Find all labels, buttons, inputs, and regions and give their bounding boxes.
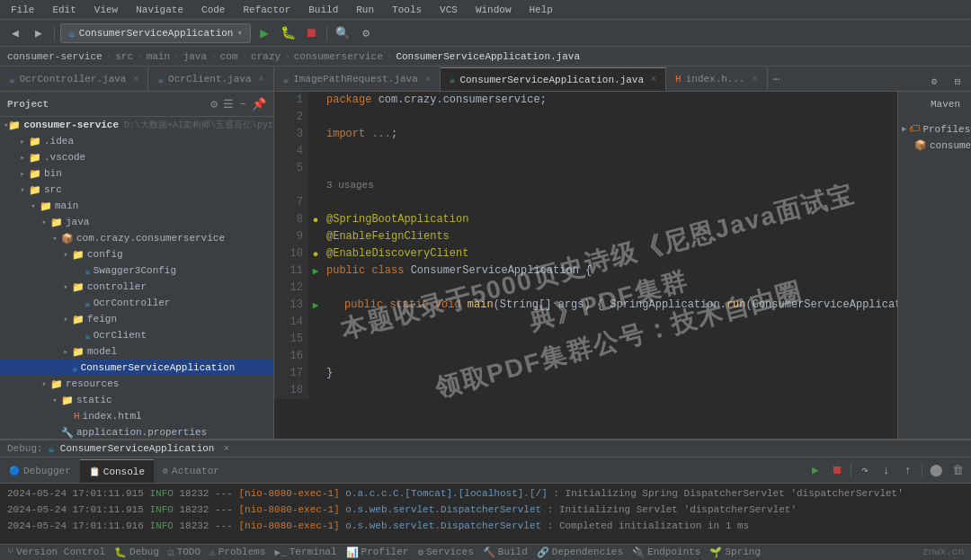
status-debug[interactable]: 🐛 Debug xyxy=(114,547,159,558)
status-endpoints[interactable]: 🔌 Endpoints xyxy=(632,547,700,558)
forward-button[interactable]: ▶ xyxy=(29,23,49,43)
tree-item-ocr-client[interactable]: ▸ ☕ OcrClient xyxy=(0,327,273,343)
menu-item-tools[interactable]: Tools xyxy=(388,3,425,17)
stop-debug-button[interactable]: ⏹ xyxy=(827,460,847,480)
sidebar-gear-icon[interactable]: ⚙ xyxy=(210,97,218,111)
close-tab-image-path[interactable]: × xyxy=(425,75,431,84)
menu-item-code[interactable]: Code xyxy=(198,3,228,17)
maven-label[interactable]: Maven xyxy=(925,95,966,113)
breadcrumb-crazy[interactable]: crazy xyxy=(251,51,281,62)
tree-item-main[interactable]: ▾ 📁 main xyxy=(0,198,273,214)
tab-ocr-client[interactable]: ☕ OcrClient.java × xyxy=(148,67,273,91)
status-dependencies[interactable]: 🔗 Dependencies xyxy=(537,547,623,558)
menu-item-vcs[interactable]: VCS xyxy=(436,3,461,17)
resume-button[interactable]: ▶ xyxy=(806,460,825,480)
status-todo[interactable]: ☑ TODO xyxy=(168,547,200,558)
code-line-17: 17 } xyxy=(274,365,897,382)
menu-item-refactor[interactable]: Refactor xyxy=(239,3,294,17)
tab-console[interactable]: 📋 Console xyxy=(80,459,154,483)
tree-item-idea[interactable]: ▸ 📁 .idea xyxy=(0,133,273,149)
tab-image-path-request[interactable]: ☕ ImagePathRequest.java × xyxy=(274,67,441,91)
menu-item-file[interactable]: File xyxy=(7,3,38,17)
breadcrumb-consumerservice[interactable]: consumerservice xyxy=(294,51,383,62)
step-over-button[interactable]: ↷ xyxy=(855,460,875,480)
breadcrumb-src[interactable]: src xyxy=(115,51,133,62)
debug-button[interactable]: 🐛 xyxy=(278,23,298,43)
close-tab-ocr-controller[interactable]: × xyxy=(133,75,138,84)
tree-item-bin[interactable]: ▸ 📁 bin xyxy=(0,165,273,182)
split-editor-button[interactable]: ⊟ xyxy=(948,71,967,91)
tree-item-feign[interactable]: ▾ 📁 feign xyxy=(0,311,273,327)
breadcrumb-com[interactable]: com xyxy=(220,51,238,62)
close-tab-consumer-app[interactable]: × xyxy=(651,75,656,84)
tab-ocr-controller[interactable]: ☕ OcrController.java × xyxy=(0,67,148,91)
status-spring[interactable]: 🌱 Spring xyxy=(709,547,761,558)
sidebar-pin-icon[interactable]: 📌 xyxy=(252,97,266,111)
status-problems[interactable]: ⚠ Problems xyxy=(209,547,265,558)
tree-item-index-html[interactable]: ▸ H index.html xyxy=(0,408,273,424)
editor-tab-bar: ☕ OcrController.java × ☕ OcrClient.java … xyxy=(0,67,971,92)
tree-item-swagger[interactable]: ▸ ☕ Swagger3Config xyxy=(0,262,273,279)
settings-button[interactable]: ⚙ xyxy=(356,23,376,43)
tab-index[interactable]: H index.h... × xyxy=(666,67,768,91)
menu-item-view[interactable]: View xyxy=(91,3,121,17)
tree-item-package[interactable]: ▾ 📦 com.crazy.consumerservice xyxy=(0,230,273,246)
tree-item-static[interactable]: ▾ 📁 static xyxy=(0,392,273,408)
tree-item-controller[interactable]: ▾ 📁 controller xyxy=(0,279,273,295)
breadcrumb-file[interactable]: ConsumerServiceApplication.java xyxy=(396,51,580,62)
more-tabs-button[interactable]: ⋯ xyxy=(768,67,785,91)
tree-item-app-props[interactable]: ▸ 🔧 application.properties xyxy=(0,424,273,439)
run-button[interactable]: ▶ xyxy=(254,23,274,43)
search-everywhere-button[interactable]: 🔍 xyxy=(333,23,352,43)
tree-item-src[interactable]: ▾ 📁 src xyxy=(0,182,273,198)
tree-item-model[interactable]: ▸ 📁 model xyxy=(0,343,273,360)
sidebar-collapse-icon[interactable]: – xyxy=(239,97,246,111)
breadcrumb-main[interactable]: main xyxy=(147,51,170,62)
status-services[interactable]: ⚙ Services xyxy=(417,547,473,558)
tab-consumer-service-app[interactable]: ☕ ConsumerServiceApplication.java × xyxy=(441,67,666,91)
breadcrumb-java[interactable]: java xyxy=(183,51,207,62)
close-tab-index[interactable]: × xyxy=(753,75,758,84)
tree-item-root[interactable]: ▾ 📁 consumer-service D:\大数据+AI架构师\五通百亿\p… xyxy=(0,117,273,133)
profiles-expand[interactable]: ▶ 🏷 Profiles xyxy=(902,120,967,138)
debug-app-name[interactable]: ConsumerServiceApplication xyxy=(60,443,215,454)
back-button[interactable]: ◀ xyxy=(5,23,25,43)
step-out-button[interactable]: ↑ xyxy=(898,460,918,480)
menu-item-navigate[interactable]: Navigate xyxy=(132,3,187,17)
status-terminal[interactable]: ▶_ Terminal xyxy=(275,547,337,558)
tree-item-ocr-controller[interactable]: ▸ ☕ OcrController xyxy=(0,295,273,311)
menu-item-help[interactable]: Help xyxy=(526,3,557,17)
code-line-18: 18 xyxy=(274,382,897,399)
run-config-selector[interactable]: ☕ ConsumerServiceApplication ▾ xyxy=(60,23,251,43)
consumer-maven-item[interactable]: 📦 consumer-... xyxy=(902,138,967,153)
status-build[interactable]: 🔨 Build xyxy=(483,547,528,558)
project-sidebar: Project ⚙ ☰ – 📌 ▾ 📁 consumer-service D:\… xyxy=(0,92,274,439)
editor-settings-button[interactable]: ⚙ xyxy=(924,71,944,91)
code-editor[interactable]: 1 package com.crazy.consumerservice; 2 3… xyxy=(274,92,897,439)
tree-item-consumer-app[interactable]: ▸ ☕ ConsumerServiceApplication xyxy=(0,360,273,376)
menu-item-edit[interactable]: Edit xyxy=(49,3,79,17)
main-toolbar: ◀ ▶ ☕ ConsumerServiceApplication ▾ ▶ 🐛 ⏹… xyxy=(0,20,971,47)
clear-output-button[interactable]: 🗑 xyxy=(948,460,967,480)
status-profiler[interactable]: 📊 Profiler xyxy=(346,547,409,558)
breadcrumb-consumer-service[interactable]: consumer-service xyxy=(7,51,102,62)
tree-item-vscode[interactable]: ▸ 📁 .vscode xyxy=(0,149,273,165)
tree-item-java[interactable]: ▾ 📁 java xyxy=(0,214,273,230)
step-into-button[interactable]: ↓ xyxy=(877,460,896,480)
tab-debugger[interactable]: 🔵 Debugger xyxy=(0,459,80,483)
close-tab-ocr-client[interactable]: × xyxy=(259,75,264,84)
profiles-arrow-icon: ▶ xyxy=(902,124,906,134)
sidebar-expand-icon[interactable]: ☰ xyxy=(223,97,234,111)
dbg-sep-2 xyxy=(922,463,922,477)
stop-button[interactable]: ⏹ xyxy=(301,23,321,43)
debug-close-button[interactable]: × xyxy=(223,443,229,454)
mute-breakpoints-button[interactable]: ⬤ xyxy=(926,460,946,480)
menu-item-window[interactable]: Window xyxy=(472,3,515,17)
tree-item-resources[interactable]: ▾ 📁 resources xyxy=(0,376,273,392)
tree-item-config[interactable]: ▾ 📁 config xyxy=(0,246,273,262)
status-git[interactable]: ⑂ Version Control xyxy=(7,547,105,557)
menu-item-build[interactable]: Build xyxy=(305,3,342,17)
tab-actuator[interactable]: ⚙ Actuator xyxy=(154,459,228,483)
editor-panel: 1 package com.crazy.consumerservice; 2 3… xyxy=(274,92,897,439)
menu-item-run[interactable]: Run xyxy=(352,3,378,17)
